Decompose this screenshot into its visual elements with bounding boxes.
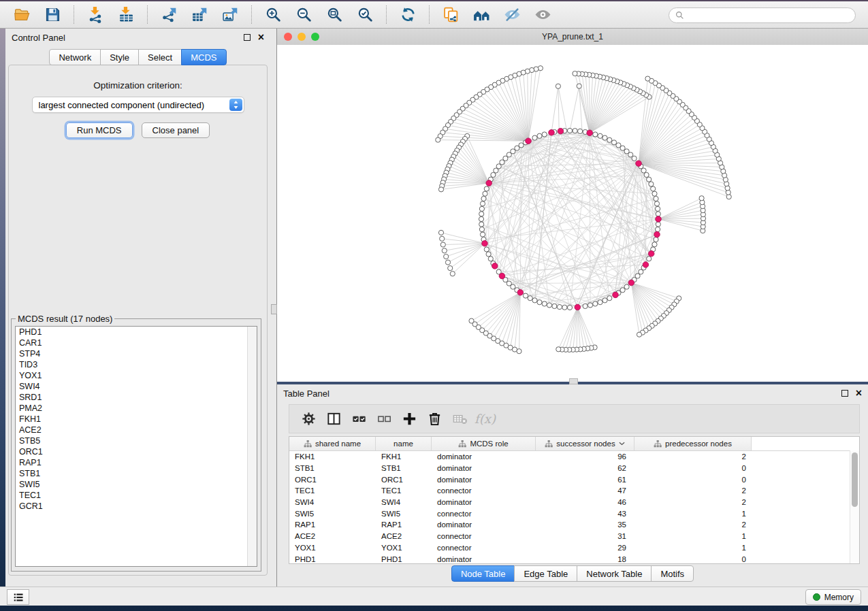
cell-MCDS-role[interactable]: dominator (432, 521, 536, 529)
window-zoom-button[interactable] (311, 33, 319, 41)
mcds-result-node[interactable]: YOX1 (16, 370, 257, 381)
mcds-result-node[interactable]: ACE2 (16, 425, 257, 435)
cell-MCDS-role[interactable]: connector (432, 486, 536, 495)
cell-shared-name[interactable]: ACE2 (289, 532, 376, 540)
cell-predecessor-nodes[interactable]: 2 (634, 521, 752, 529)
export-image-icon[interactable] (221, 5, 240, 24)
cell-shared-name[interactable]: FKH1 (289, 452, 376, 461)
search-input[interactable] (688, 10, 849, 21)
vertical-splitter-grip[interactable] (271, 304, 277, 314)
cell-MCDS-role[interactable]: dominator (432, 476, 536, 484)
table-scrollbar-thumb[interactable] (852, 452, 858, 507)
horizontal-splitter-grip[interactable] (569, 378, 578, 384)
cell-predecessor-nodes[interactable]: 2 (634, 486, 752, 495)
network-canvas[interactable] (277, 45, 868, 382)
cell-successor-nodes[interactable]: 96 (536, 452, 634, 461)
window-minimize-button[interactable] (298, 33, 306, 41)
cell-shared-name[interactable]: STB1 (289, 464, 376, 472)
cell-MCDS-role[interactable]: dominator (432, 498, 536, 506)
cell-MCDS-role[interactable]: dominator (432, 555, 536, 563)
tab-style[interactable]: Style (100, 49, 139, 65)
column-header-name[interactable]: name (376, 437, 432, 450)
cell-successor-nodes[interactable]: 29 (536, 544, 634, 552)
cell-shared-name[interactable]: RAP1 (289, 521, 376, 529)
tab-motifs[interactable]: Motifs (651, 565, 694, 582)
mcds-result-node[interactable]: GCR1 (16, 501, 257, 512)
table-row[interactable]: PHD1PHD1dominator180 (289, 553, 859, 565)
refresh-icon[interactable] (399, 5, 417, 24)
cell-name[interactable]: FKH1 (376, 452, 432, 461)
mcds-result-node[interactable]: FKH1 (16, 414, 257, 425)
tab-node-table[interactable]: Node Table (451, 565, 515, 582)
cell-name[interactable]: YOX1 (376, 544, 432, 552)
mcds-result-node[interactable]: RAP1 (16, 457, 257, 468)
column-header-MCDS-role[interactable]: MCDS role (432, 437, 536, 450)
cell-name[interactable]: STB1 (376, 464, 432, 472)
delete-column-icon[interactable] (422, 408, 447, 430)
cell-MCDS-role[interactable]: connector (432, 544, 536, 552)
cell-MCDS-role[interactable]: dominator (432, 464, 536, 472)
mcds-result-node[interactable]: PMA2 (16, 403, 257, 414)
cell-shared-name[interactable]: YOX1 (289, 544, 376, 552)
cell-MCDS-role[interactable]: connector (432, 532, 536, 540)
cell-successor-nodes[interactable]: 46 (536, 498, 634, 506)
split-view-icon[interactable] (321, 408, 347, 430)
hide-selected-icon[interactable] (503, 5, 521, 24)
duplicate-network-icon[interactable] (442, 5, 460, 24)
cell-successor-nodes[interactable]: 31 (536, 532, 634, 540)
mcds-result-node[interactable]: TEC1 (16, 490, 257, 501)
cell-successor-nodes[interactable]: 47 (536, 486, 634, 495)
cell-name[interactable]: PHD1 (376, 555, 432, 563)
cell-shared-name[interactable]: TEC1 (289, 486, 376, 495)
close-panel-button[interactable]: Close panel (142, 122, 210, 138)
table-row[interactable]: SWI4SWI4dominator462 (289, 497, 859, 508)
cell-successor-nodes[interactable]: 43 (536, 510, 634, 518)
cell-name[interactable]: SWI5 (376, 510, 432, 518)
table-row[interactable]: STB1STB1dominator620 (289, 463, 859, 474)
cell-name[interactable]: RAP1 (376, 521, 432, 529)
run-mcds-button[interactable]: Run MCDS (66, 122, 133, 138)
tab-network[interactable]: Network (49, 49, 101, 65)
result-list-scrollbar[interactable] (247, 327, 257, 566)
first-neighbors-icon[interactable] (472, 5, 491, 24)
import-network-icon[interactable] (86, 5, 105, 24)
network-graph[interactable] (277, 45, 868, 382)
column-header-predecessor-nodes[interactable]: predecessor nodes (634, 437, 752, 450)
cell-name[interactable]: SWI4 (376, 498, 432, 506)
cell-predecessor-nodes[interactable]: 1 (634, 532, 752, 540)
table-row[interactable]: YOX1YOX1connector291 (289, 542, 859, 554)
cell-predecessor-nodes[interactable]: 2 (634, 452, 752, 461)
cell-successor-nodes[interactable]: 35 (536, 521, 634, 529)
cell-name[interactable]: ACE2 (376, 532, 432, 540)
mcds-result-node[interactable]: SWI5 (16, 479, 257, 490)
cell-predecessor-nodes[interactable]: 0 (634, 555, 752, 563)
table-row[interactable]: TEC1TEC1connector472 (289, 485, 859, 497)
table-row[interactable]: RAP1RAP1dominator352 (289, 519, 859, 531)
cell-name[interactable]: TEC1 (376, 486, 432, 495)
table-row[interactable]: SWI5SWI5connector431 (289, 508, 859, 519)
create-column-icon[interactable] (397, 408, 422, 430)
mcds-result-node[interactable]: TID3 (16, 359, 257, 370)
mcds-result-node[interactable]: STP4 (16, 348, 257, 359)
table-row[interactable]: ACE2ACE2connector311 (289, 531, 859, 542)
cell-shared-name[interactable]: ORC1 (289, 476, 376, 484)
cell-MCDS-role[interactable]: connector (432, 510, 536, 518)
mcds-result-node[interactable]: ORC1 (16, 446, 257, 457)
float-panel-icon[interactable] (244, 34, 251, 41)
column-header-successor-nodes[interactable]: successor nodes (536, 437, 634, 450)
cell-predecessor-nodes[interactable]: 2 (634, 498, 752, 506)
open-folder-icon[interactable] (13, 5, 31, 24)
task-history-button[interactable] (7, 589, 29, 605)
tab-mcds[interactable]: MCDS (181, 49, 226, 65)
mcds-result-node[interactable]: STB1 (16, 468, 257, 479)
search-field[interactable] (669, 7, 856, 23)
export-network-icon[interactable] (160, 5, 178, 24)
tab-select[interactable]: Select (138, 49, 182, 65)
cell-predecessor-nodes[interactable]: 1 (634, 510, 752, 518)
float-table-panel-icon[interactable] (841, 390, 848, 397)
cell-shared-name[interactable]: SWI4 (289, 498, 376, 506)
gear-icon[interactable] (296, 408, 321, 430)
table-scrollbar[interactable] (850, 450, 859, 563)
zoom-selected-icon[interactable] (356, 5, 374, 24)
cell-name[interactable]: ORC1 (376, 476, 432, 484)
